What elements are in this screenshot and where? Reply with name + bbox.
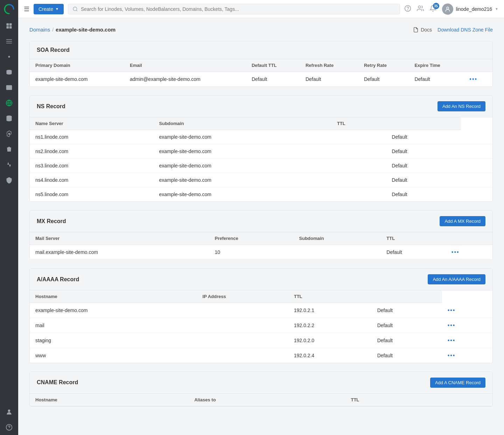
- sidebar-item-kubernetes[interactable]: [0, 49, 18, 64]
- table-row: www192.0.2.4Default•••: [30, 348, 492, 363]
- sidebar-item-profile[interactable]: [0, 404, 18, 420]
- topbar: ☰ Create ▼ 35 linode_demo216: [18, 0, 504, 18]
- sidebar-item-trash[interactable]: [0, 141, 18, 157]
- cname-record-header: CNAME Record Add A CNAME Record: [30, 372, 492, 394]
- svg-rect-3: [9, 26, 12, 29]
- row-more-button[interactable]: •••: [448, 307, 456, 313]
- table-row: example-site-demo.comadmin@example-site-…: [30, 72, 492, 87]
- soa-col-default-ttl: Default TTL: [246, 59, 300, 72]
- main-wrapper: ☰ Create ▼ 35 linode_demo216: [18, 0, 504, 435]
- table-row: ns2.linode.comexample-site-demo.comDefau…: [30, 144, 492, 159]
- create-button[interactable]: Create ▼: [34, 4, 64, 14]
- row-more-button[interactable]: •••: [469, 76, 477, 82]
- ns-record-header: NS Record Add An NS Record: [30, 96, 492, 117]
- docs-icon: [413, 27, 419, 33]
- cname-col-ttl: TTL: [345, 394, 439, 406]
- aaaa-record-table: Hostname IP Address TTL example-site-dem…: [30, 290, 492, 363]
- docs-link[interactable]: Docs: [413, 27, 432, 33]
- table-row: mail192.0.2.2Default•••: [30, 318, 492, 333]
- table-row: ns3.linode.comexample-site-demo.comDefau…: [30, 159, 492, 173]
- mx-col-ttl: TTL: [381, 232, 446, 245]
- sidebar-item-dashboard[interactable]: [0, 18, 18, 34]
- add-cname-record-button[interactable]: Add A CNAME Record: [430, 378, 485, 388]
- topbar-icons: 35 linode_demo216 ▼: [404, 4, 498, 15]
- svg-point-17: [418, 6, 421, 8]
- mx-col-actions: [446, 232, 492, 245]
- row-more-button[interactable]: •••: [451, 249, 460, 255]
- user-name: linode_demo216: [456, 6, 492, 12]
- sidebar-item-databases[interactable]: [0, 111, 18, 126]
- notifications-icon[interactable]: 35: [429, 5, 436, 13]
- sidebar-item-volumes[interactable]: [0, 64, 18, 80]
- user-menu[interactable]: linode_demo216 ▼: [442, 4, 498, 15]
- mx-record-table: Mail Server Preference Subdomain TTL mai…: [30, 232, 492, 260]
- search-input[interactable]: [81, 6, 396, 12]
- search-bar[interactable]: [68, 4, 400, 14]
- svg-rect-1: [9, 23, 12, 26]
- cname-col-actions: [439, 394, 492, 406]
- soa-record-header: SOA Record: [30, 41, 492, 59]
- mx-col-subdomain: Subdomain: [294, 232, 381, 245]
- search-icon: [72, 6, 78, 12]
- soa-col-primary-domain: Primary Domain: [30, 59, 124, 72]
- table-row: ns4.linode.comexample-site-demo.comDefau…: [30, 173, 492, 187]
- ns-record-table: Name Server Subdomain TTL ns1.linode.com…: [30, 117, 492, 201]
- mx-record-header: MX Record Add A MX Record: [30, 210, 492, 232]
- sidebar-item-objectstorage[interactable]: [0, 80, 18, 95]
- row-more-button[interactable]: •••: [448, 322, 456, 328]
- cname-record-title: CNAME Record: [37, 379, 78, 386]
- soa-record-section: SOA Record Primary Domain Email Default …: [29, 41, 493, 87]
- cname-col-aliases: Aliases to: [189, 394, 345, 406]
- sidebar: [0, 0, 18, 435]
- breadcrumb-separator: /: [52, 27, 54, 33]
- sidebar-item-domains[interactable]: [0, 95, 18, 111]
- sidebar-item-linodes[interactable]: [0, 34, 18, 49]
- soa-record-title: SOA Record: [37, 47, 70, 53]
- add-aaaa-record-button[interactable]: Add An A/AAAA Record: [428, 274, 485, 284]
- sidebar-item-security[interactable]: [0, 172, 18, 188]
- ns-record-title: NS Record: [37, 103, 65, 110]
- svg-point-12: [9, 429, 9, 429]
- svg-rect-2: [7, 26, 9, 29]
- aaaa-col-ttl: TTL: [288, 290, 372, 303]
- aaaa-col-actions: [372, 290, 442, 303]
- create-arrow: ▼: [55, 7, 59, 11]
- sidebar-item-activity[interactable]: [0, 157, 18, 172]
- aaaa-record-section: A/AAAA Record Add An A/AAAA Record Hostn…: [29, 268, 493, 363]
- hamburger-button[interactable]: ☰: [24, 5, 29, 13]
- table-row: ns5.linode.comexample-site-demo.comDefau…: [30, 187, 492, 202]
- notification-badge: 35: [433, 3, 439, 9]
- aaaa-record-header: A/AAAA Record Add An A/AAAA Record: [30, 269, 492, 290]
- soa-col-email: Email: [124, 59, 246, 72]
- svg-point-10: [8, 409, 10, 412]
- aaaa-col-hostname: Hostname: [30, 290, 197, 303]
- cname-record-section: CNAME Record Add A CNAME Record Hostname…: [29, 372, 493, 407]
- ns-record-section: NS Record Add An NS Record Name Server S…: [29, 95, 493, 202]
- add-mx-record-button[interactable]: Add A MX Record: [440, 216, 485, 226]
- svg-point-4: [8, 56, 10, 58]
- download-dns-link[interactable]: Download DNS Zone File: [438, 27, 493, 33]
- add-ns-record-button[interactable]: Add An NS Record: [438, 101, 485, 111]
- svg-point-9: [8, 133, 10, 135]
- aaaa-col-ip: IP Address: [197, 290, 288, 303]
- soa-table-header-row: Primary Domain Email Default TTL Refresh…: [30, 59, 492, 72]
- svg-rect-0: [7, 23, 9, 26]
- help-icon[interactable]: [404, 5, 411, 13]
- sidebar-item-help[interactable]: [0, 420, 18, 435]
- sidebar-item-settings[interactable]: [0, 126, 18, 141]
- breadcrumb-actions: Docs Download DNS Zone File: [413, 27, 493, 33]
- row-more-button[interactable]: •••: [448, 337, 456, 343]
- table-row: staging192.0.2.0Default•••: [30, 333, 492, 348]
- breadcrumb-parent[interactable]: Domains: [29, 27, 50, 33]
- svg-point-13: [73, 7, 77, 11]
- soa-col-expire-time: Expire Time: [409, 59, 464, 72]
- user-avatar: [442, 4, 453, 15]
- row-more-button[interactable]: •••: [448, 352, 456, 358]
- mx-record-title: MX Record: [37, 218, 66, 225]
- ns-col-nameserver: Name Server: [30, 117, 154, 130]
- svg-line-14: [76, 10, 77, 11]
- ns-col-ttl: TTL: [331, 117, 386, 130]
- cname-record-table: Hostname Aliases to TTL: [30, 394, 492, 406]
- users-icon[interactable]: [417, 5, 424, 13]
- aaaa-record-title: A/AAAA Record: [37, 276, 79, 283]
